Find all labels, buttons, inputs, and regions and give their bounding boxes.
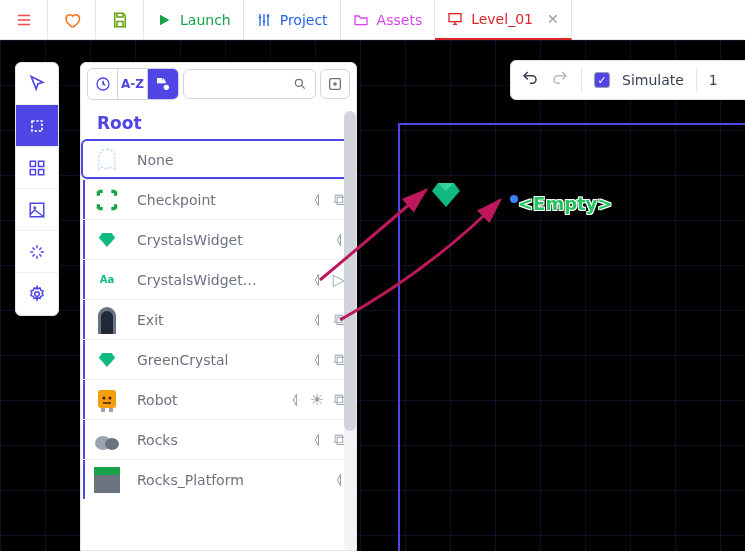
monitor-icon bbox=[447, 11, 463, 27]
tree-line bbox=[83, 420, 85, 459]
text-icon: Aa bbox=[87, 260, 127, 300]
tree-line bbox=[83, 260, 85, 299]
canvas-controls: ✓ Simulate 1 bbox=[510, 60, 745, 100]
prev-icon[interactable]: ⦉ bbox=[286, 391, 304, 409]
project-label: Project bbox=[280, 12, 328, 28]
simulate-checkbox[interactable]: ✓ bbox=[594, 72, 610, 88]
hierarchy-item-crystalswidget2[interactable]: Aa CrystalsWidget… ⦉▷ bbox=[81, 259, 356, 299]
sun-icon[interactable]: ☀ bbox=[308, 391, 326, 409]
sort-type-button[interactable] bbox=[148, 69, 178, 99]
scrollbar-track[interactable] bbox=[344, 111, 356, 550]
item-label: Checkpoint bbox=[127, 192, 308, 208]
separator bbox=[581, 68, 582, 92]
svg-rect-2 bbox=[32, 121, 42, 131]
shapes-icon bbox=[155, 76, 171, 92]
sort-group: A-Z bbox=[87, 68, 179, 100]
item-label: Exit bbox=[127, 312, 308, 328]
hierarchy-search[interactable] bbox=[183, 69, 316, 99]
clock-icon bbox=[95, 76, 111, 92]
prev-icon[interactable]: ⦉ bbox=[308, 431, 326, 449]
project-button[interactable]: Project bbox=[244, 0, 341, 40]
hierarchy-toolbar: A-Z bbox=[81, 63, 356, 105]
tree-line bbox=[83, 180, 85, 219]
folder-icon bbox=[353, 12, 369, 28]
heart-icon bbox=[63, 11, 81, 29]
item-label: CrystalsWidget… bbox=[127, 272, 308, 288]
launch-button[interactable]: Launch bbox=[144, 0, 244, 40]
sort-recent-button[interactable] bbox=[88, 69, 118, 99]
hierarchy-item-exit[interactable]: Exit ⦉⧉ bbox=[81, 299, 356, 339]
hamburger-icon bbox=[15, 11, 33, 29]
scrollbar-thumb[interactable] bbox=[344, 111, 356, 431]
tree-line bbox=[83, 300, 85, 339]
hierarchy-item-checkpoint[interactable]: Checkpoint ⦉⧉ bbox=[81, 179, 356, 219]
sort-az-button[interactable]: A-Z bbox=[118, 69, 148, 99]
save-button[interactable] bbox=[96, 0, 144, 40]
tab-close-icon[interactable]: ✕ bbox=[547, 11, 559, 27]
gear-icon bbox=[28, 285, 46, 303]
save-icon bbox=[111, 11, 129, 29]
svg-rect-18 bbox=[101, 408, 105, 412]
target-icon bbox=[87, 180, 127, 220]
assets-button[interactable]: Assets bbox=[341, 0, 436, 40]
image-icon bbox=[28, 201, 46, 219]
tab-level[interactable]: Level_01 ✕ bbox=[435, 0, 572, 40]
workspace: <Empty> ✓ Simulate 1 A-Z bbox=[0, 40, 745, 551]
svg-point-13 bbox=[295, 79, 302, 86]
chip-icon bbox=[27, 116, 47, 136]
item-label: GreenCrystal bbox=[127, 352, 308, 368]
item-label: Rocks_Platform bbox=[127, 472, 330, 488]
hierarchy-item-rocksplatform[interactable]: Rocks_Platform ⦉ bbox=[81, 459, 356, 499]
add-file-icon bbox=[327, 76, 343, 92]
favorite-button[interactable] bbox=[48, 0, 96, 40]
prev-icon[interactable]: ⦉ bbox=[308, 191, 326, 209]
hierarchy-item-crystalswidget[interactable]: CrystalsWidget ⦉ bbox=[81, 219, 356, 259]
svg-point-17 bbox=[109, 396, 112, 399]
main-toolbar: Launch Project Assets Level_01 ✕ bbox=[0, 0, 745, 40]
root-label[interactable]: Root bbox=[81, 105, 356, 139]
add-node-button[interactable] bbox=[320, 69, 350, 99]
prev-icon[interactable]: ⦉ bbox=[308, 271, 326, 289]
hierarchy-item-rocks[interactable]: Rocks ⦉⧉ bbox=[81, 419, 356, 459]
gem-icon bbox=[87, 340, 127, 380]
svg-rect-23 bbox=[94, 467, 120, 475]
tree-line bbox=[83, 220, 85, 259]
hierarchy-list: None Checkpoint ⦉⧉ CrystalsWidget ⦉ Aa C… bbox=[81, 139, 356, 550]
prev-icon[interactable]: ⦉ bbox=[308, 351, 326, 369]
settings-tool[interactable] bbox=[16, 273, 58, 315]
grid-icon bbox=[28, 159, 46, 177]
gem-icon bbox=[87, 220, 127, 260]
tree-line bbox=[83, 460, 85, 499]
cursor-tool[interactable] bbox=[16, 63, 58, 105]
redo-button[interactable] bbox=[551, 69, 569, 91]
menu-button[interactable] bbox=[0, 0, 48, 40]
svg-rect-5 bbox=[30, 169, 35, 174]
image-tool[interactable] bbox=[16, 189, 58, 231]
door-icon bbox=[87, 300, 127, 340]
hierarchy-item-none[interactable]: None bbox=[81, 139, 356, 179]
gem-icon bbox=[432, 183, 460, 207]
undo-icon bbox=[521, 69, 539, 87]
svg-rect-4 bbox=[39, 161, 44, 166]
svg-point-21 bbox=[105, 438, 119, 450]
platform-icon bbox=[87, 460, 127, 500]
sparkle-icon bbox=[28, 243, 46, 261]
hierarchy-item-robot[interactable]: Robot ⦉☀⧉ bbox=[81, 379, 356, 419]
canvas-empty-node[interactable] bbox=[510, 195, 518, 203]
effects-tool[interactable] bbox=[16, 231, 58, 273]
canvas-empty-label: <Empty> bbox=[518, 193, 612, 214]
search-input[interactable] bbox=[192, 77, 293, 92]
svg-rect-0 bbox=[449, 14, 461, 22]
component-tool[interactable] bbox=[16, 105, 58, 147]
zoom-value[interactable]: 1 bbox=[709, 72, 718, 88]
canvas-object-crystal[interactable] bbox=[432, 183, 460, 211]
tree-line bbox=[83, 380, 85, 419]
undo-button[interactable] bbox=[521, 69, 539, 91]
prev-icon[interactable]: ⦉ bbox=[308, 311, 326, 329]
tool-rail bbox=[15, 62, 59, 316]
sliders-icon bbox=[256, 12, 272, 28]
grid-tool[interactable] bbox=[16, 147, 58, 189]
assets-label: Assets bbox=[377, 12, 423, 28]
hierarchy-item-greencrystal[interactable]: GreenCrystal ⦉⧉ bbox=[81, 339, 356, 379]
tree-line bbox=[83, 340, 85, 379]
